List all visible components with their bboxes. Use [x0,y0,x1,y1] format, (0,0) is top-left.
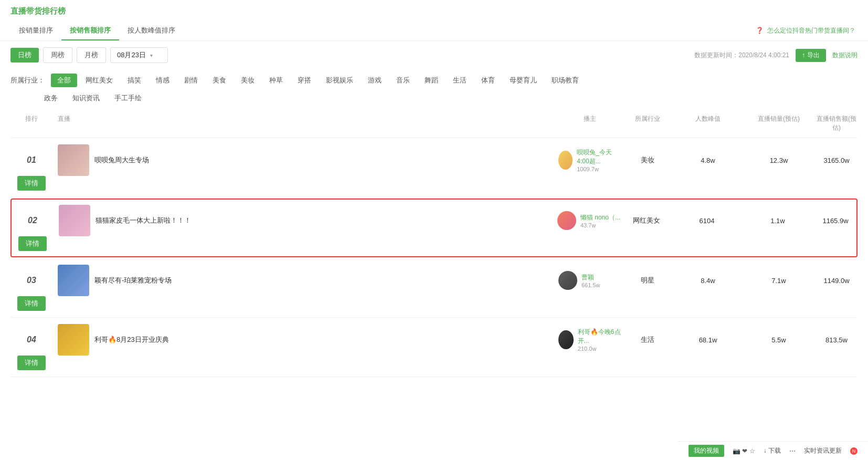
live-thumbnail-04 [58,324,89,356]
broadcaster-fans-03: 661.5w [581,282,600,288]
weekly-btn[interactable]: 周榜 [43,47,72,63]
live-thumbnail-02 [59,205,90,236]
sales-amount-03: 1149.0w [816,277,858,285]
sales-volume-02: 1.1w [741,217,814,225]
table-header: 排行 直播 播主 所属行业 人数峰值 直播销量(预估) 直播销售额(预估) [10,109,858,138]
broadcaster-name-02: 懒猫 nono（... [580,213,620,222]
sales-amount-04: 813.5w [816,336,858,344]
industry-tag-all[interactable]: 全部 [51,74,77,87]
live-info-01: 呗呗兔周大生专场 [52,144,453,176]
th-sales-amount: 直播销售额(预估) [816,114,858,132]
table-row-4: 04 利哥🔥8月23日开业庆典 利哥🔥今晚6点开... 210.0w 生活 68… [10,318,858,377]
table-row-3: 03 颖有尽有-珀莱雅宠粉专场 曹颖 661.5w 明星 8.4w 7.1w 1… [10,258,858,318]
monthly-btn[interactable]: 月榜 [77,47,106,63]
toolbar: 日榜 周榜 月榜 08月23日 ▾ 数据更新时间：2020/8/24 4:00:… [0,41,868,69]
industry-tag-handcraft[interactable]: 手工手绘 [108,91,148,105]
peak-val-04: 68.1w [674,336,742,344]
broadcaster-info-01: 呗呗兔_今天4:00超... 1009.7w [577,148,621,172]
export-icon: ↑ [802,51,805,59]
industry-val-02: 网红美女 [620,216,673,225]
rank-01: 01 [10,155,52,165]
industry-val-04: 生活 [621,335,674,344]
industry-tag-dance[interactable]: 舞蹈 [418,74,444,87]
industry-tag-parenting[interactable]: 母婴育儿 [503,74,543,87]
daily-btn[interactable]: 日榜 [10,48,39,62]
table-row: 01 呗呗兔周大生专场 呗呗兔_今天4:00超... 1009.7w 美妆 4.… [10,138,858,197]
industry-tag-career[interactable]: 职场教育 [545,74,585,87]
industry-tag-gaming[interactable]: 游戏 [362,74,388,87]
tab-sales-amount[interactable]: 按销售额排序 [61,20,119,40]
broadcaster-fans-01: 1009.7w [577,166,621,172]
peak-val-01: 4.8w [674,156,742,164]
tabs-bar: 按销量排序 按销售额排序 按人数峰值排序 ❓ 怎么定位抖音热门带货直播间？ [0,20,868,41]
chevron-down-icon: ▾ [150,53,153,58]
industry-tag-grass[interactable]: 种草 [263,74,289,87]
industry-tag-makeup[interactable]: 美妆 [235,74,261,87]
peak-val-03: 8.4w [674,277,742,285]
broadcaster-02: 懒猫 nono（... 43.7w [557,211,620,230]
industry-tag-knowledge[interactable]: 知识资讯 [66,91,106,105]
tab-sales-volume[interactable]: 按销量排序 [10,20,61,40]
page-wrapper: 直播带货排行榜 按销量排序 按销售额排序 按人数峰值排序 ❓ 怎么定位抖音热门带… [0,0,868,460]
date-picker[interactable]: 08月23日 ▾ [110,47,168,63]
th-live: 直播 [52,114,453,132]
data-note-link[interactable]: 数据说明 [832,51,858,60]
tab-peak-users[interactable]: 按人数峰值排序 [119,20,184,40]
th-broadcaster: 播主 [558,114,621,132]
industry-tag-food[interactable]: 美食 [206,74,232,87]
broadcaster-info-03: 曹颖 661.5w [581,273,600,288]
page-title: 直播带货排行榜 [0,0,868,20]
question-icon: ❓ [756,27,764,34]
live-title-02: 猫猫家皮毛一体大上新啦！！！ [96,216,191,225]
live-info-02: 猫猫家皮毛一体大上新啦！！！ [54,205,452,236]
th-peak: 人数峰值 [674,114,742,132]
industry-tag-beauty[interactable]: 网红美女 [79,74,119,87]
broadcaster-04: 利哥🔥今晚6点开... 210.0w [558,328,621,352]
broadcaster-fans-02: 43.7w [580,222,620,228]
sales-amount-02: 1165.9w [814,217,856,225]
bottom-bar: 我的视频 📷 ❤ ☆ ↓ 下载 ⋯ 实时资讯更新 N [678,441,868,460]
broadcaster-03: 曹颖 661.5w [558,271,621,290]
broadcaster-avatar-02 [557,211,576,230]
rank-02: 02 [12,216,54,225]
detail-button-03[interactable]: 详情 [17,296,46,311]
help-link[interactable]: ❓ 怎么定位抖音热门带货直播间？ [756,26,858,35]
live-info-04: 利哥🔥8月23日开业庆典 [52,324,453,356]
download-btn[interactable]: ↓ 下载 [764,446,781,455]
th-rank: 排行 [10,114,52,132]
sales-volume-01: 12.3w [742,156,816,164]
toolbar-left: 日榜 周榜 月榜 08月23日 ▾ [10,47,168,63]
industry-tag-government[interactable]: 政务 [38,91,64,105]
peak-val-02: 6104 [673,217,741,225]
realtime-label: 实时资讯更新 [804,446,842,455]
industry-tag-comedy[interactable]: 搞笑 [121,74,147,87]
broadcaster-name-01: 呗呗兔_今天4:00超... [577,148,621,166]
toolbar-right: 数据更新时间：2020/8/24 4:00:21 ↑ 导出 数据说明 [694,49,858,62]
industry-tag-music[interactable]: 音乐 [390,74,416,87]
industry-filter-row2: 政务 知识资讯 手工手绘 [0,89,868,109]
live-thumbnail-01 [58,144,89,176]
detail-button-02[interactable]: 详情 [18,236,47,251]
rank-03: 03 [10,276,52,285]
broadcaster-name-03: 曹颖 [581,273,600,282]
th-empty [453,114,558,132]
sales-amount-01: 3165.0w [816,156,858,164]
sales-volume-03: 7.1w [742,277,816,285]
th-industry: 所属行业 [621,114,674,132]
industry-tag-emotion[interactable]: 情感 [150,74,176,87]
my-video-btn[interactable]: 我的视频 [689,445,724,457]
industry-tag-sports[interactable]: 体育 [475,74,501,87]
industry-tag-fashion[interactable]: 穿搭 [291,74,317,87]
broadcaster-name-04: 利哥🔥今晚6点开... [578,328,621,346]
broadcaster-fans-04: 210.0w [578,346,621,352]
icons-area: 📷 ❤ ☆ [733,447,755,455]
detail-button-04[interactable]: 详情 [17,356,46,370]
broadcaster-avatar-01 [558,151,573,170]
live-info-03: 颖有尽有-珀莱雅宠粉专场 [52,265,453,296]
detail-button-01[interactable]: 详情 [17,176,46,191]
industry-tag-entertainment[interactable]: 影视娱乐 [320,74,359,87]
broadcaster-info-04: 利哥🔥今晚6点开... 210.0w [578,328,621,352]
industry-tag-drama[interactable]: 剧情 [178,74,204,87]
industry-tag-life[interactable]: 生活 [447,74,473,87]
export-button[interactable]: ↑ 导出 [796,49,826,62]
